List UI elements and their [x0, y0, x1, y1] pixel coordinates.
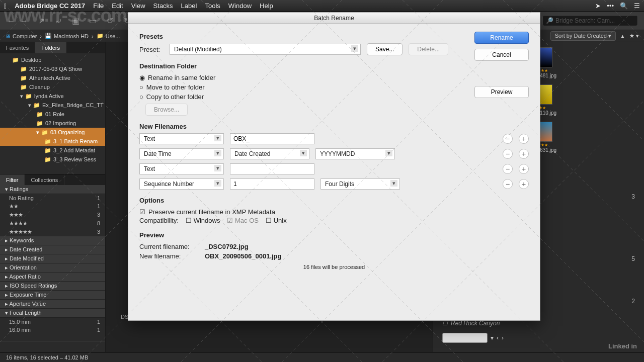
tree-leaf[interactable]: 📁3_2 Add Metadat — [0, 146, 105, 155]
linkedin-label: Linked in — [608, 342, 637, 350]
add-row-button[interactable]: + — [519, 179, 529, 189]
remove-row-button[interactable]: − — [503, 179, 513, 189]
add-row-button[interactable]: + — [519, 149, 529, 159]
remove-row-button[interactable]: − — [503, 134, 513, 144]
new-filename-value: OBX_20090506_0001.jpg — [205, 252, 282, 260]
tree-item[interactable]: 📁Cleanup — [0, 82, 105, 92]
row-text-input[interactable] — [230, 133, 314, 144]
tree-desktop[interactable]: 📁Desktop — [0, 55, 105, 64]
folder-icon: 📁 — [20, 84, 27, 90]
dialog-title: Batch Rename — [128, 13, 540, 24]
tree-item-selected[interactable]: ▾📁03 Organizing — [0, 128, 105, 137]
tree-leaf-selected[interactable]: 📁3_1 Batch Renam — [0, 137, 105, 146]
preview-header: Preview — [139, 231, 529, 239]
filter-row[interactable]: 16.0 mm1 — [0, 326, 105, 334]
row-text-input[interactable] — [230, 163, 314, 174]
crumb-hd[interactable]: 💾Macintosh HD — [45, 33, 89, 39]
prev-icon[interactable]: ‹ — [497, 334, 499, 341]
tree-item[interactable]: 📁01 Role — [0, 110, 105, 119]
sort-asc-icon[interactable]: ▲ — [620, 33, 625, 39]
crumb-computer[interactable]: 🖥Computer — [5, 33, 37, 39]
cancel-button[interactable]: Cancel — [474, 49, 529, 61]
crumb-users[interactable]: 📁Use... — [97, 33, 120, 39]
preserve-checkbox[interactable]: ☑Preserve current filename in XMP Metada… — [139, 207, 529, 217]
checkbox-icon[interactable]: ☐ — [442, 320, 448, 327]
row-datesrc-select[interactable]: Date Created — [230, 148, 309, 159]
compat-unix[interactable]: ☐ Unix — [266, 217, 287, 224]
filter-row[interactable]: ★★★★8 — [0, 219, 105, 228]
menu-label[interactable]: Label — [181, 2, 197, 10]
row-datefmt-select[interactable]: YYYYMMDD — [315, 148, 395, 159]
filter-section[interactable]: ▾ Focal Length — [0, 309, 105, 318]
browse-button: Browse... — [145, 104, 188, 116]
checkbox-checked-icon: ☑ — [227, 217, 233, 224]
spotlight-icon[interactable]: 🔍 — [620, 2, 628, 10]
row-type-select[interactable]: Sequence Number — [139, 178, 224, 190]
menu-view[interactable]: View — [131, 2, 145, 10]
more-icon[interactable]: ••• — [607, 2, 614, 10]
location-icon[interactable]: ➤ — [595, 2, 601, 10]
preview-button[interactable]: Preview — [474, 86, 529, 98]
filter-row[interactable]: ★★★★★3 — [0, 228, 105, 236]
radio-same-folder[interactable]: ◉Rename in same folder — [139, 73, 529, 82]
filter-row[interactable]: ★★★3 — [0, 211, 105, 219]
row-type-select[interactable]: Text — [139, 163, 224, 174]
tab-collections[interactable]: Collections — [25, 174, 64, 185]
tree-leaf[interactable]: 📁3_3 Review Sess — [0, 155, 105, 164]
filter-section[interactable]: ▸ Exposure Time — [0, 291, 105, 300]
add-row-button[interactable]: + — [519, 134, 529, 144]
remove-row-button[interactable]: − — [503, 149, 513, 159]
compat-windows[interactable]: ☐ Windows — [186, 217, 220, 224]
radio-move-folder[interactable]: ○Move to other folder — [139, 82, 529, 92]
filter-row[interactable]: 15.0 mm1 — [0, 318, 105, 326]
row-type-select[interactable]: Text — [139, 133, 224, 144]
filter-section[interactable]: ▸ Orientation — [0, 263, 105, 273]
tree-item[interactable]: 📁Athentech Active — [0, 73, 105, 82]
tree-item[interactable]: 📁2017-05-03 QA Show — [0, 64, 105, 73]
menu-stacks[interactable]: Stacks — [153, 2, 173, 10]
folder-icon: 📁 — [25, 93, 32, 100]
add-row-button[interactable]: + — [519, 164, 529, 174]
radio-copy-folder[interactable]: ○Copy to other folder — [139, 92, 529, 102]
search-input[interactable]: 🔎 Bridge Search: Cam... — [542, 15, 638, 26]
tab-favorites[interactable]: Favorites — [0, 42, 35, 53]
row-digits-select[interactable]: Four Digits — [320, 178, 400, 190]
preset-label: Preset: — [139, 46, 164, 53]
filter-row[interactable]: No Rating1 — [0, 194, 105, 202]
row-seq-input[interactable] — [230, 178, 314, 190]
filter-ratings-header[interactable]: ▾ Ratings — [0, 185, 105, 194]
folder-tree: 📁Desktop 📁2017-05-03 QA Show 📁Athentech … — [0, 53, 105, 174]
compat-macos: ☑ Mac OS — [227, 217, 259, 224]
tab-folders[interactable]: Folders — [35, 42, 66, 53]
next-icon[interactable]: › — [502, 334, 504, 341]
menu-help[interactable]: Help — [260, 2, 273, 10]
menu-tools[interactable]: Tools — [205, 2, 220, 10]
preset-select[interactable]: Default (Modified) — [170, 44, 361, 55]
folder-icon: 📁 — [44, 156, 51, 163]
filter-section[interactable]: ▸ Date Modified — [0, 254, 105, 263]
filter-row[interactable]: ★★1 — [0, 202, 105, 211]
filter-star-icon[interactable]: ★ ▾ — [629, 33, 639, 39]
new-filenames-header: New Filenames — [139, 123, 529, 130]
chevron-down-icon[interactable]: ▾ — [491, 334, 494, 341]
radio-icon: ○ — [139, 83, 143, 91]
filename-row: Sequence Number Four Digits − + — [139, 178, 529, 190]
remove-row-button[interactable]: − — [503, 164, 513, 174]
tree-item[interactable]: ▾📁Ex_Files_Bridge_CC_TT — [0, 101, 105, 110]
keyword-search-input[interactable] — [442, 333, 488, 343]
filter-section[interactable]: ▸ Date Created — [0, 245, 105, 254]
row-type-select[interactable]: Date Time — [139, 148, 224, 159]
filter-section[interactable]: ▸ Aperture Value — [0, 300, 105, 309]
filter-section[interactable]: ▸ ISO Speed Ratings — [0, 282, 105, 291]
tab-filter[interactable]: Filter — [0, 174, 25, 185]
sort-dropdown[interactable]: Sort by Date Created ▾ — [550, 31, 616, 41]
tree-item[interactable]: ▾📁lynda Active — [0, 92, 105, 101]
save-preset-button[interactable]: Save... — [367, 43, 403, 55]
tree-item[interactable]: 📁02 Importing — [0, 119, 105, 128]
menu-list-icon[interactable]: ☰ — [634, 2, 640, 10]
rename-button[interactable]: Rename — [474, 32, 529, 44]
menu-window[interactable]: Window — [228, 2, 252, 10]
folder-icon: 📁 — [97, 33, 104, 39]
filter-section[interactable]: ▸ Keywords — [0, 236, 105, 245]
filter-section[interactable]: ▸ Aspect Ratio — [0, 273, 105, 282]
